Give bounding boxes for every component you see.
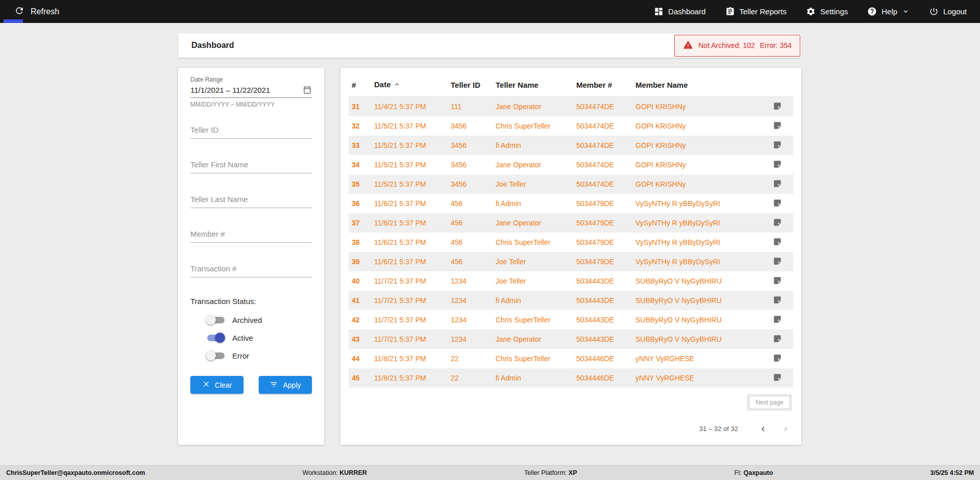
apply-button[interactable]: Apply — [259, 376, 312, 394]
calendar-icon[interactable] — [303, 85, 312, 94]
next-page-icon[interactable] — [778, 421, 793, 437]
cell-teller-name: Chris SuperTeller — [493, 233, 573, 252]
cell-teller-name: Chris SuperTeller — [493, 310, 573, 330]
table-row[interactable]: 36 11/6/21 5:37 PM 456 fi Admin 5034479D… — [349, 194, 793, 213]
table-row[interactable]: 33 11/5/21 5:37 PM 3456 fi Admin 5034474… — [349, 136, 793, 155]
table-row[interactable]: 35 11/5/21 5:37 PM 3456 Joe Teller 50344… — [349, 174, 793, 194]
status-bar: ChrisSuperTeller@qaxpauto.onmicrosoft.co… — [0, 465, 980, 480]
cell-date: 11/6/21 5:37 PM — [371, 194, 448, 213]
cell-teller-id: 456 — [448, 213, 493, 233]
teller-last-name-input[interactable] — [190, 193, 312, 208]
previous-page-icon[interactable] — [755, 421, 771, 437]
cell-num: 42 — [349, 310, 371, 330]
cell-teller-id: 456 — [448, 194, 493, 213]
col-date[interactable]: Date — [371, 75, 448, 97]
member-number-input[interactable] — [190, 228, 312, 243]
pagination-range: 31 – 32 of 32 — [699, 425, 738, 433]
cell-teller-name: Jane Operator — [493, 155, 573, 174]
note-icon[interactable] — [772, 159, 783, 170]
refresh-label: Refresh — [31, 7, 59, 16]
col-member-name[interactable]: Member Name — [632, 75, 769, 97]
note-icon[interactable] — [772, 333, 783, 344]
cell-date: 11/8/21 5:37 PM — [371, 349, 448, 368]
cell-member-num: 5034446DE — [573, 368, 632, 388]
error-toggle[interactable] — [206, 350, 226, 361]
table-row[interactable]: 42 11/7/21 5:37 PM 1234 Chris SuperTelle… — [349, 310, 793, 330]
note-icon[interactable] — [772, 314, 783, 325]
nav-help-label: Help — [881, 7, 897, 16]
active-toggle[interactable] — [206, 333, 226, 343]
note-icon[interactable] — [772, 372, 783, 383]
toggle-row-error: Error — [206, 350, 312, 361]
note-icon[interactable] — [772, 236, 783, 247]
cell-num: 31 — [349, 97, 371, 116]
nav-teller-reports[interactable]: Teller Reports — [725, 7, 787, 16]
note-icon[interactable] — [772, 197, 783, 209]
table-row[interactable]: 34 11/5/21 5:37 PM 3456 Jane Operator 50… — [349, 155, 793, 174]
cell-date: 11/5/21 5:37 PM — [371, 136, 448, 155]
status-alert-badge[interactable]: Not Archived: 102 Error: 354 — [674, 35, 800, 57]
refresh-button[interactable]: Refresh — [14, 6, 59, 18]
toggle-row-active: Active — [206, 333, 312, 343]
cell-member-num: 5034443DE — [573, 330, 632, 349]
archived-toggle-label: Archived — [232, 316, 262, 324]
clear-button[interactable]: Clear — [190, 376, 243, 394]
col-teller-name[interactable]: Teller Name — [493, 75, 573, 97]
cell-num: 44 — [349, 349, 371, 368]
power-icon — [929, 7, 939, 16]
cell-teller-name: fi Admin — [493, 136, 573, 155]
teller-id-input[interactable] — [190, 123, 312, 139]
note-icon[interactable] — [772, 294, 783, 306]
nav-settings[interactable]: Settings — [806, 7, 848, 16]
table-row[interactable]: 41 11/7/21 5:37 PM 1234 fi Admin 5034443… — [349, 291, 793, 310]
note-icon[interactable] — [772, 217, 783, 228]
note-icon[interactable] — [772, 139, 783, 150]
table-row[interactable]: 38 11/6/21 5:37 PM 456 Chris SuperTeller… — [349, 233, 793, 252]
teller-id-field — [190, 123, 312, 139]
note-icon[interactable] — [772, 352, 783, 364]
transaction-number-input[interactable] — [190, 262, 312, 277]
note-icon[interactable] — [772, 178, 783, 189]
note-icon[interactable] — [772, 256, 783, 267]
nav-dashboard[interactable]: Dashboard — [654, 7, 705, 16]
table-row[interactable]: 40 11/7/21 5:37 PM 1234 Joe Teller 50344… — [349, 271, 793, 291]
note-icon[interactable] — [772, 100, 783, 112]
teller-first-name-input[interactable] — [190, 158, 312, 173]
cell-member-name: GOPI KRISHNy — [632, 136, 769, 155]
cell-teller-name: Chris SuperTeller — [493, 349, 573, 368]
cell-teller-name: fi Admin — [493, 194, 573, 213]
cell-teller-id: 3456 — [448, 116, 493, 136]
workstation-info: Workstation: KURRER — [303, 469, 367, 476]
cell-teller-id: 111 — [448, 97, 493, 116]
filter-panel: Date Range MM/DD/YYYY – MM/DD/YYYY — [178, 68, 324, 445]
nav-dashboard-label: Dashboard — [668, 7, 705, 16]
archived-toggle[interactable] — [206, 315, 226, 325]
cell-teller-id: 1234 — [448, 271, 493, 291]
cell-num: 40 — [349, 271, 371, 291]
cell-teller-name: Jane Operator — [493, 330, 573, 349]
table-row[interactable]: 31 11/4/21 5:37 PM 111 Jane Operator 503… — [349, 97, 793, 116]
col-num[interactable]: # — [349, 75, 371, 97]
date-range-input[interactable] — [190, 86, 303, 94]
cell-num: 38 — [349, 233, 371, 252]
cell-num: 39 — [349, 252, 371, 271]
cell-member-num: 5034474DE — [573, 136, 632, 155]
table-row[interactable]: 43 11/7/21 5:37 PM 1234 Jane Operator 50… — [349, 330, 793, 349]
table-row[interactable]: 32 11/5/21 5:37 PM 3456 Chris SuperTelle… — [349, 116, 793, 136]
next-page-button[interactable]: Next page — [749, 396, 790, 409]
table-row[interactable]: 37 11/6/21 5:37 PM 456 Jane Operator 503… — [349, 213, 793, 233]
nav-help[interactable]: Help — [867, 7, 910, 16]
cell-member-name: yNNY VyRGHESE — [632, 368, 769, 388]
cell-teller-id: 456 — [448, 252, 493, 271]
page-header: Dashboard Not Archived: 102 Error: 354 — [178, 33, 801, 58]
cell-member-num: 5034479DE — [573, 194, 632, 213]
note-icon[interactable] — [772, 120, 783, 131]
table-row[interactable]: 45 11/8/21 5:37 PM 22 fi Admin 5034446DE… — [349, 368, 793, 388]
col-teller-id[interactable]: Teller ID — [448, 75, 493, 97]
nav-logout[interactable]: Logout — [929, 7, 967, 16]
col-member-num[interactable]: Member # — [573, 75, 632, 97]
note-icon[interactable] — [772, 275, 783, 286]
table-row[interactable]: 39 11/6/21 5:37 PM 456 Joe Teller 503447… — [349, 252, 793, 271]
table-row[interactable]: 44 11/8/21 5:37 PM 22 Chris SuperTeller … — [349, 349, 793, 368]
cell-member-name: VySyNTHy R yBByDySyRI — [632, 194, 769, 213]
